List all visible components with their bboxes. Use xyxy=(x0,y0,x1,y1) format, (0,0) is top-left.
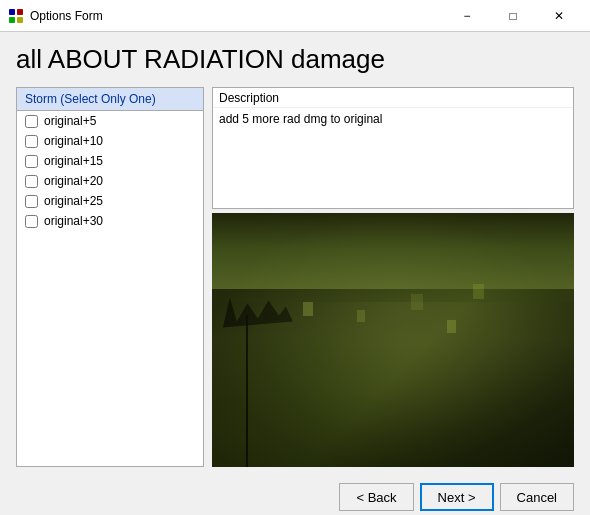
close-button[interactable]: ✕ xyxy=(536,0,582,32)
scene-fog xyxy=(212,213,574,467)
back-button[interactable]: < Back xyxy=(339,483,413,511)
window-controls: − □ ✕ xyxy=(444,0,582,32)
scene-background xyxy=(212,213,574,467)
list-item[interactable]: original+30 xyxy=(17,211,203,231)
title-bar: Options Form − □ ✕ xyxy=(0,0,590,32)
description-text: add 5 more rad dmg to original xyxy=(213,108,573,208)
checkbox-opt1[interactable] xyxy=(25,115,38,128)
list-item[interactable]: original+25 xyxy=(17,191,203,211)
list-item[interactable]: original+10 xyxy=(17,131,203,151)
left-panel: Storm (Select Only One) original+5 origi… xyxy=(16,87,204,467)
checkbox-opt5[interactable] xyxy=(25,195,38,208)
checkbox-opt2[interactable] xyxy=(25,135,38,148)
checkbox-label-opt6: original+30 xyxy=(44,214,103,228)
right-panel: Description add 5 more rad dmg to origin… xyxy=(212,87,574,467)
checkbox-label-opt2: original+10 xyxy=(44,134,103,148)
maximize-button[interactable]: □ xyxy=(490,0,536,32)
checkbox-opt3[interactable] xyxy=(25,155,38,168)
checkbox-opt4[interactable] xyxy=(25,175,38,188)
list-item[interactable]: original+20 xyxy=(17,171,203,191)
app-icon xyxy=(8,8,24,24)
cancel-button[interactable]: Cancel xyxy=(500,483,574,511)
left-panel-header: Storm (Select Only One) xyxy=(17,88,203,111)
svg-rect-3 xyxy=(17,17,23,23)
page-heading: all ABOUT RADIATION damage xyxy=(16,44,574,75)
title-bar-text: Options Form xyxy=(30,9,444,23)
image-area xyxy=(212,213,574,467)
checkbox-label-opt5: original+25 xyxy=(44,194,103,208)
svg-rect-2 xyxy=(9,17,15,23)
next-button[interactable]: Next > xyxy=(420,483,494,511)
list-item[interactable]: original+5 xyxy=(17,111,203,131)
description-section: Description add 5 more rad dmg to origin… xyxy=(212,87,574,209)
checkbox-opt6[interactable] xyxy=(25,215,38,228)
svg-rect-1 xyxy=(17,9,23,15)
main-content: all ABOUT RADIATION damage Storm (Select… xyxy=(0,32,590,475)
minimize-button[interactable]: − xyxy=(444,0,490,32)
checkbox-label-opt3: original+15 xyxy=(44,154,103,168)
svg-rect-0 xyxy=(9,9,15,15)
checkbox-label-opt4: original+20 xyxy=(44,174,103,188)
list-item[interactable]: original+15 xyxy=(17,151,203,171)
footer: < Back Next > Cancel xyxy=(0,475,590,515)
checkbox-label-opt1: original+5 xyxy=(44,114,96,128)
body-layout: Storm (Select Only One) original+5 origi… xyxy=(16,87,574,467)
description-label: Description xyxy=(213,88,573,108)
